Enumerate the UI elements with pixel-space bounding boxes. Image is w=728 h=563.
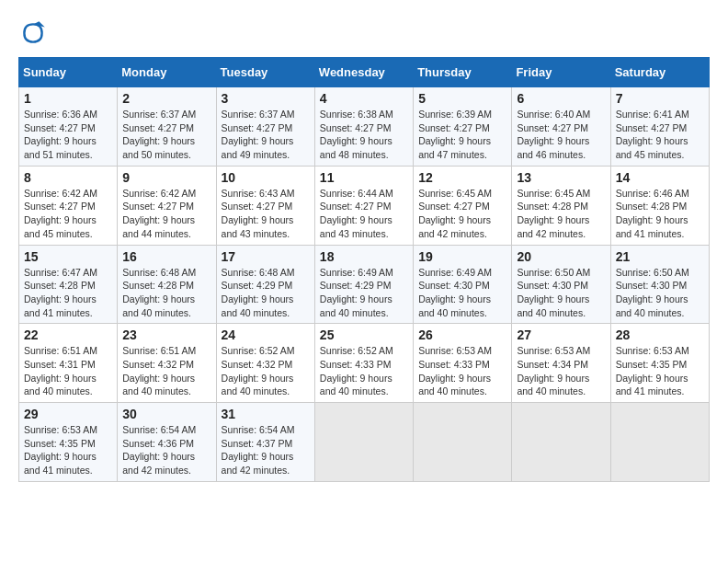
calendar-cell: 29Sunrise: 6:53 AM Sunset: 4:35 PM Dayli… <box>19 403 118 482</box>
calendar-cell: 20Sunrise: 6:50 AM Sunset: 4:30 PM Dayli… <box>512 245 610 324</box>
day-info: Sunrise: 6:50 AM Sunset: 4:30 PM Dayligh… <box>517 266 605 320</box>
day-number: 12 <box>418 170 506 185</box>
calendar-cell: 11Sunrise: 6:44 AM Sunset: 4:27 PM Dayli… <box>314 166 413 245</box>
calendar-cell: 8Sunrise: 6:42 AM Sunset: 4:27 PM Daylig… <box>19 166 118 245</box>
calendar-cell: 16Sunrise: 6:48 AM Sunset: 4:28 PM Dayli… <box>118 245 216 324</box>
day-info: Sunrise: 6:48 AM Sunset: 4:29 PM Dayligh… <box>222 266 310 320</box>
calendar-cell: 25Sunrise: 6:52 AM Sunset: 4:33 PM Dayli… <box>314 324 413 403</box>
day-info: Sunrise: 6:53 AM Sunset: 4:35 PM Dayligh… <box>24 423 112 477</box>
day-number: 23 <box>122 327 210 342</box>
day-number: 31 <box>222 407 310 421</box>
day-number: 13 <box>517 170 605 185</box>
day-number: 5 <box>418 91 506 106</box>
logo <box>18 18 51 48</box>
calendar-cell: 18Sunrise: 6:49 AM Sunset: 4:29 PM Dayli… <box>314 245 413 324</box>
calendar-cell: 28Sunrise: 6:53 AM Sunset: 4:35 PM Dayli… <box>610 324 709 403</box>
calendar-week-row: 8Sunrise: 6:42 AM Sunset: 4:27 PM Daylig… <box>19 166 710 245</box>
day-number: 8 <box>24 170 112 185</box>
calendar-week-row: 29Sunrise: 6:53 AM Sunset: 4:35 PM Dayli… <box>19 403 710 482</box>
day-number: 10 <box>222 170 310 185</box>
day-number: 14 <box>616 170 704 185</box>
calendar-cell: 2Sunrise: 6:37 AM Sunset: 4:27 PM Daylig… <box>118 87 216 167</box>
calendar-cell: 12Sunrise: 6:45 AM Sunset: 4:27 PM Dayli… <box>414 166 512 245</box>
day-number: 4 <box>320 91 408 106</box>
day-number: 18 <box>320 249 408 264</box>
day-number: 19 <box>418 249 506 264</box>
day-info: Sunrise: 6:37 AM Sunset: 4:27 PM Dayligh… <box>222 108 310 162</box>
weekday-header-tuesday: Tuesday <box>216 58 314 87</box>
calendar-cell: 24Sunrise: 6:52 AM Sunset: 4:32 PM Dayli… <box>216 324 314 403</box>
day-info: Sunrise: 6:53 AM Sunset: 4:34 PM Dayligh… <box>517 344 605 398</box>
calendar-cell: 13Sunrise: 6:45 AM Sunset: 4:28 PM Dayli… <box>512 166 610 245</box>
day-number: 30 <box>122 407 210 421</box>
day-number: 6 <box>517 91 605 106</box>
day-info: Sunrise: 6:45 AM Sunset: 4:28 PM Dayligh… <box>517 187 605 241</box>
day-info: Sunrise: 6:40 AM Sunset: 4:27 PM Dayligh… <box>517 108 605 162</box>
day-info: Sunrise: 6:51 AM Sunset: 4:31 PM Dayligh… <box>24 344 112 398</box>
weekday-header-thursday: Thursday <box>414 58 512 87</box>
weekday-header-monday: Monday <box>118 58 216 87</box>
day-number: 2 <box>122 91 210 106</box>
calendar-cell <box>414 403 512 482</box>
calendar-cell: 17Sunrise: 6:48 AM Sunset: 4:29 PM Dayli… <box>216 245 314 324</box>
calendar-cell: 30Sunrise: 6:54 AM Sunset: 4:36 PM Dayli… <box>118 403 216 482</box>
calendar-cell: 14Sunrise: 6:46 AM Sunset: 4:28 PM Dayli… <box>610 166 709 245</box>
day-info: Sunrise: 6:38 AM Sunset: 4:27 PM Dayligh… <box>320 108 408 162</box>
calendar-cell <box>314 403 413 482</box>
day-number: 27 <box>517 327 605 342</box>
calendar-cell: 7Sunrise: 6:41 AM Sunset: 4:27 PM Daylig… <box>610 87 709 167</box>
day-info: Sunrise: 6:47 AM Sunset: 4:28 PM Dayligh… <box>24 266 112 320</box>
calendar-cell: 10Sunrise: 6:43 AM Sunset: 4:27 PM Dayli… <box>216 166 314 245</box>
calendar-cell: 6Sunrise: 6:40 AM Sunset: 4:27 PM Daylig… <box>512 87 610 167</box>
page-header <box>18 18 710 48</box>
calendar-cell: 15Sunrise: 6:47 AM Sunset: 4:28 PM Dayli… <box>19 245 118 324</box>
calendar-cell: 5Sunrise: 6:39 AM Sunset: 4:27 PM Daylig… <box>414 87 512 167</box>
calendar-week-row: 22Sunrise: 6:51 AM Sunset: 4:31 PM Dayli… <box>19 324 710 403</box>
day-number: 11 <box>320 170 408 185</box>
calendar-cell: 1Sunrise: 6:36 AM Sunset: 4:27 PM Daylig… <box>19 87 118 167</box>
weekday-header-friday: Friday <box>512 58 610 87</box>
calendar-cell: 22Sunrise: 6:51 AM Sunset: 4:31 PM Dayli… <box>19 324 118 403</box>
calendar-cell: 31Sunrise: 6:54 AM Sunset: 4:37 PM Dayli… <box>216 403 314 482</box>
day-info: Sunrise: 6:42 AM Sunset: 4:27 PM Dayligh… <box>24 187 112 241</box>
day-info: Sunrise: 6:39 AM Sunset: 4:27 PM Dayligh… <box>418 108 506 162</box>
calendar-week-row: 15Sunrise: 6:47 AM Sunset: 4:28 PM Dayli… <box>19 245 710 324</box>
day-number: 16 <box>122 249 210 264</box>
calendar-cell <box>512 403 610 482</box>
calendar-cell: 27Sunrise: 6:53 AM Sunset: 4:34 PM Dayli… <box>512 324 610 403</box>
day-info: Sunrise: 6:51 AM Sunset: 4:32 PM Dayligh… <box>122 344 210 398</box>
logo-icon <box>18 18 48 48</box>
day-number: 24 <box>222 327 310 342</box>
day-number: 28 <box>616 327 704 342</box>
day-info: Sunrise: 6:50 AM Sunset: 4:30 PM Dayligh… <box>616 266 704 320</box>
calendar-week-row: 1Sunrise: 6:36 AM Sunset: 4:27 PM Daylig… <box>19 87 710 167</box>
day-number: 3 <box>222 91 310 106</box>
day-number: 15 <box>24 249 112 264</box>
day-number: 25 <box>320 327 408 342</box>
day-number: 7 <box>616 91 704 106</box>
day-number: 9 <box>122 170 210 185</box>
day-info: Sunrise: 6:45 AM Sunset: 4:27 PM Dayligh… <box>418 187 506 241</box>
weekday-header-wednesday: Wednesday <box>314 58 413 87</box>
day-info: Sunrise: 6:49 AM Sunset: 4:29 PM Dayligh… <box>320 266 408 320</box>
calendar-cell <box>610 403 709 482</box>
weekday-header-row: SundayMondayTuesdayWednesdayThursdayFrid… <box>19 58 710 87</box>
day-info: Sunrise: 6:44 AM Sunset: 4:27 PM Dayligh… <box>320 187 408 241</box>
day-info: Sunrise: 6:52 AM Sunset: 4:32 PM Dayligh… <box>222 344 310 398</box>
day-number: 20 <box>517 249 605 264</box>
day-info: Sunrise: 6:54 AM Sunset: 4:36 PM Dayligh… <box>122 423 210 477</box>
day-info: Sunrise: 6:42 AM Sunset: 4:27 PM Dayligh… <box>122 187 210 241</box>
day-info: Sunrise: 6:49 AM Sunset: 4:30 PM Dayligh… <box>418 266 506 320</box>
calendar-cell: 19Sunrise: 6:49 AM Sunset: 4:30 PM Dayli… <box>414 245 512 324</box>
day-info: Sunrise: 6:37 AM Sunset: 4:27 PM Dayligh… <box>122 108 210 162</box>
day-info: Sunrise: 6:46 AM Sunset: 4:28 PM Dayligh… <box>616 187 704 241</box>
day-number: 17 <box>222 249 310 264</box>
day-info: Sunrise: 6:54 AM Sunset: 4:37 PM Dayligh… <box>222 423 310 477</box>
day-info: Sunrise: 6:53 AM Sunset: 4:33 PM Dayligh… <box>418 344 506 398</box>
day-number: 29 <box>24 407 112 421</box>
day-info: Sunrise: 6:48 AM Sunset: 4:28 PM Dayligh… <box>122 266 210 320</box>
weekday-header-sunday: Sunday <box>19 58 118 87</box>
day-number: 22 <box>24 327 112 342</box>
day-info: Sunrise: 6:43 AM Sunset: 4:27 PM Dayligh… <box>222 187 310 241</box>
calendar-cell: 9Sunrise: 6:42 AM Sunset: 4:27 PM Daylig… <box>118 166 216 245</box>
